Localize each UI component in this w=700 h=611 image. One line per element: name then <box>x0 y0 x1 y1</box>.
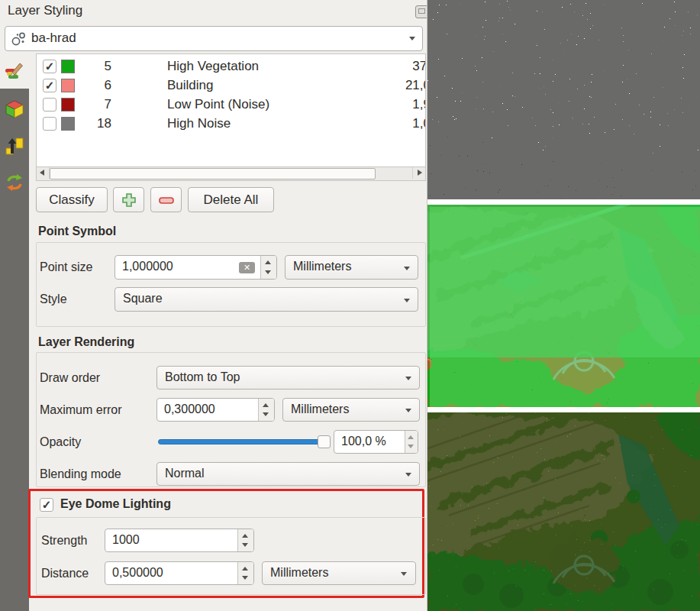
opacity-spinner[interactable] <box>405 431 418 453</box>
minus-icon <box>158 192 175 208</box>
list-horizontal-scrollbar[interactable] <box>36 166 426 181</box>
history-arrows-icon <box>4 172 25 193</box>
scroll-right-icon[interactable] <box>412 167 425 179</box>
blending-mode-combo[interactable]: Normal <box>156 462 420 486</box>
point-symbol-heading: Point Symbol <box>38 225 116 238</box>
point-size-unit-value: Millimeters <box>293 260 351 273</box>
preview-elevation-sketch <box>427 0 700 199</box>
row-percent: 1,0 <box>369 116 426 131</box>
scrollbar-thumb[interactable] <box>50 168 376 179</box>
plus-icon <box>121 192 137 208</box>
class-row-building[interactable]: ✓ 6 Building 21,0 <box>37 76 425 95</box>
chevron-down-icon <box>409 37 415 44</box>
distance-label: Distance <box>41 567 89 580</box>
row-class-label: High Noise <box>167 116 231 131</box>
row-class-label: Building <box>167 78 214 93</box>
opacity-slider-fill <box>158 439 331 445</box>
panel-titlebar: Layer Styling <box>0 0 427 23</box>
slider-handle[interactable] <box>318 435 331 448</box>
sidebar-tab-history[interactable] <box>0 165 29 200</box>
elevation-arrow-icon <box>4 135 25 157</box>
preview-classification-edl <box>427 412 700 611</box>
blending-mode-value: Normal <box>165 467 205 480</box>
opacity-input[interactable]: 100,0 % <box>334 430 418 454</box>
strength-label: Strength <box>41 534 87 548</box>
row-checkbox[interactable]: ✓ <box>43 60 56 73</box>
row-class-value: 6 <box>73 78 111 93</box>
point-size-spinner[interactable] <box>260 256 276 279</box>
row-percent: 37, <box>369 59 426 74</box>
layer-selector[interactable]: ba-hrad <box>5 26 423 51</box>
point-cloud-layer-icon <box>11 31 27 47</box>
class-row-low-point-noise[interactable]: 7 Low Point (Noise) 1,9 <box>37 95 425 115</box>
opacity-slider[interactable] <box>158 435 331 448</box>
draw-order-combo[interactable]: Bottom to Top <box>156 366 420 390</box>
blending-mode-label: Blending mode <box>40 467 121 481</box>
distance-value[interactable]: 0,500000 <box>112 566 163 580</box>
classification-list[interactable]: ✓ 5 High Vegetation 37, ✓ 6 Building 21,… <box>36 53 426 168</box>
row-class-label: Low Point (Noise) <box>167 97 269 112</box>
row-class-value: 7 <box>73 97 111 112</box>
row-checkbox[interactable] <box>43 98 56 112</box>
point-size-input[interactable]: 1,000000 ✕ <box>115 255 277 280</box>
chevron-down-icon <box>405 409 411 415</box>
strength-value[interactable]: 1000 <box>112 533 140 547</box>
style-label: Style <box>40 293 67 306</box>
row-class-value: 18 <box>73 116 111 131</box>
remove-class-button[interactable] <box>150 187 182 212</box>
sidebar-tab-elevation[interactable] <box>0 128 29 163</box>
max-error-unit-combo[interactable]: Millimeters <box>282 398 420 422</box>
cube-3d-icon <box>4 99 25 120</box>
sidebar-tab-3d-view[interactable] <box>0 92 29 127</box>
chevron-down-icon <box>404 267 410 273</box>
edl-heading: Eye Dome Lighting <box>60 497 171 511</box>
undock-panel-icon[interactable] <box>415 5 427 18</box>
class-row-high-noise[interactable]: 18 High Noise 1,0 <box>37 115 425 134</box>
row-class-value: 5 <box>73 59 111 74</box>
row-checkbox[interactable] <box>43 117 56 131</box>
style-combo[interactable]: Square <box>115 287 418 312</box>
layer-styling-panel: Layer Styling ba-hrad <box>0 0 427 611</box>
style-value: Square <box>123 292 163 306</box>
opacity-value[interactable]: 100,0 % <box>341 435 386 448</box>
strength-spinner[interactable] <box>237 529 253 551</box>
paintbrush-icon <box>4 60 25 82</box>
edl-checkbox[interactable]: ✓ <box>40 498 53 512</box>
draw-order-value: Bottom to Top <box>165 370 240 384</box>
sidebar-tab-symbology[interactable] <box>0 53 29 89</box>
max-error-unit-value: Millimeters <box>291 402 349 416</box>
max-error-value[interactable]: 0,300000 <box>164 402 215 416</box>
point-size-unit-combo[interactable]: Millimeters <box>285 255 418 280</box>
point-size-label: Point size <box>40 260 92 274</box>
panel-title: Layer Styling <box>8 3 82 18</box>
chevron-down-icon <box>404 299 410 306</box>
distance-input[interactable]: 0,500000 <box>105 561 254 585</box>
clear-value-icon[interactable]: ✕ <box>239 262 255 273</box>
draw-order-label: Draw order <box>40 371 100 385</box>
max-error-input[interactable]: 0,300000 <box>156 398 275 422</box>
layer-rendering-heading: Layer Rendering <box>38 335 134 349</box>
scroll-left-icon[interactable] <box>37 167 50 179</box>
opacity-label: Opacity <box>40 435 81 449</box>
class-row-high-vegetation[interactable]: ✓ 5 High Vegetation 37, <box>37 57 425 76</box>
layer-selector-value: ba-hrad <box>31 31 76 46</box>
row-percent: 1,9 <box>369 97 426 112</box>
preview-classification-flat <box>427 205 700 407</box>
distance-unit-combo[interactable]: Millimeters <box>262 561 416 585</box>
max-error-spinner[interactable] <box>258 399 274 421</box>
classify-button[interactable]: Classify <box>36 187 108 212</box>
panel-sidebar <box>0 53 29 611</box>
row-checkbox[interactable]: ✓ <box>43 79 56 92</box>
delete-all-button[interactable]: Delete All <box>188 187 274 212</box>
row-percent: 21,0 <box>369 78 426 93</box>
row-class-label: High Vegetation <box>167 59 259 74</box>
distance-unit-value: Millimeters <box>270 566 328 580</box>
add-class-button[interactable] <box>113 187 144 212</box>
max-error-label: Maximum error <box>40 403 122 417</box>
strength-input[interactable]: 1000 <box>105 529 254 552</box>
point-size-value[interactable]: 1,000000 <box>122 260 173 273</box>
chevron-down-icon <box>401 572 407 579</box>
distance-spinner[interactable] <box>237 562 253 584</box>
chevron-down-icon <box>405 377 411 383</box>
chevron-down-icon <box>405 473 411 480</box>
